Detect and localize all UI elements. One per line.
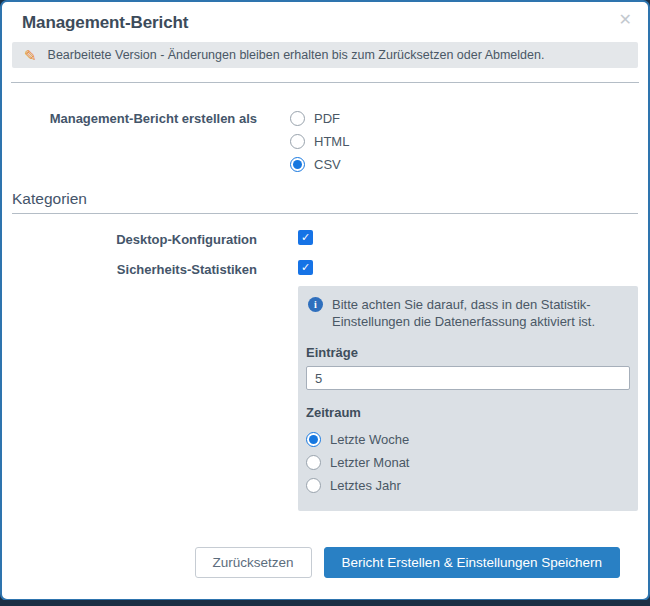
create-report-button[interactable]: Bericht Erstellen & Einstellungen Speich… xyxy=(324,547,620,578)
radio-csv[interactable] xyxy=(290,157,305,172)
close-icon[interactable]: ✕ xyxy=(619,10,632,30)
info-text: Bitte achten Sie darauf, dass in den Sta… xyxy=(332,296,627,330)
edited-version-notice: ✎ Bearbeitete Version - Änderungen bleib… xyxy=(12,42,638,68)
period-radio-group: Letzte Woche Letzter Monat Letztes Jahr xyxy=(306,428,630,497)
radio-option-last-year[interactable]: Letztes Jahr xyxy=(306,474,630,497)
radio-option-csv[interactable]: CSV xyxy=(290,153,349,176)
pencil-icon: ✎ xyxy=(24,48,37,63)
desktop-config-checkbox[interactable]: ✓ xyxy=(298,230,313,245)
dialog-body: Management-Bericht erstellen als PDF HTM… xyxy=(2,107,648,578)
desktop-config-label: Desktop-Konfiguration xyxy=(12,230,257,247)
categories-divider xyxy=(12,213,638,214)
categories-heading: Kategorien xyxy=(12,190,638,208)
security-stats-checkbox[interactable]: ✓ xyxy=(298,260,313,275)
dialog-header: Management-Bericht ✕ xyxy=(2,2,648,40)
reset-button[interactable]: Zurücksetzen xyxy=(195,547,312,578)
notice-text: Bearbeitete Version - Änderungen bleiben… xyxy=(48,48,545,62)
radio-option-pdf[interactable]: PDF xyxy=(290,107,349,130)
radio-option-html[interactable]: HTML xyxy=(290,130,349,153)
management-report-dialog: Management-Bericht ✕ ✎ Bearbeitete Versi… xyxy=(0,0,650,601)
header-divider xyxy=(11,82,639,83)
entries-label: Einträge xyxy=(306,345,630,360)
radio-pdf-label: PDF xyxy=(314,111,340,126)
dialog-footer: Zurücksetzen Bericht Erstellen & Einstel… xyxy=(12,547,638,578)
radio-last-week[interactable] xyxy=(306,432,321,447)
radio-html-label: HTML xyxy=(314,134,349,149)
security-stats-label: Sicherheits-Statistiken xyxy=(12,260,257,277)
radio-csv-label: CSV xyxy=(314,157,341,172)
entries-input[interactable] xyxy=(306,366,630,390)
radio-option-last-week[interactable]: Letzte Woche xyxy=(306,428,630,451)
background-bottom-bar xyxy=(0,600,650,606)
radio-last-year[interactable] xyxy=(306,478,321,493)
radio-last-week-label: Letzte Woche xyxy=(330,432,409,447)
info-icon: i xyxy=(308,297,323,312)
statistics-settings-panel: i Bitte achten Sie darauf, dass in den S… xyxy=(298,286,638,511)
report-format-radio-group: PDF HTML CSV xyxy=(290,107,349,176)
radio-last-month-label: Letzter Monat xyxy=(330,455,410,470)
radio-html[interactable] xyxy=(290,134,305,149)
radio-pdf[interactable] xyxy=(290,111,305,126)
radio-last-year-label: Letztes Jahr xyxy=(330,478,401,493)
info-row: i Bitte achten Sie darauf, dass in den S… xyxy=(306,296,630,330)
radio-option-last-month[interactable]: Letzter Monat xyxy=(306,451,630,474)
dialog-title: Management-Bericht xyxy=(22,13,628,33)
radio-last-month[interactable] xyxy=(306,455,321,470)
desktop-config-row: Desktop-Konfiguration ✓ xyxy=(12,230,638,247)
security-stats-row: Sicherheits-Statistiken ✓ xyxy=(12,260,638,277)
period-label: Zeitraum xyxy=(306,405,630,420)
report-format-label: Management-Bericht erstellen als xyxy=(12,107,257,176)
report-format-row: Management-Bericht erstellen als PDF HTM… xyxy=(12,107,638,176)
